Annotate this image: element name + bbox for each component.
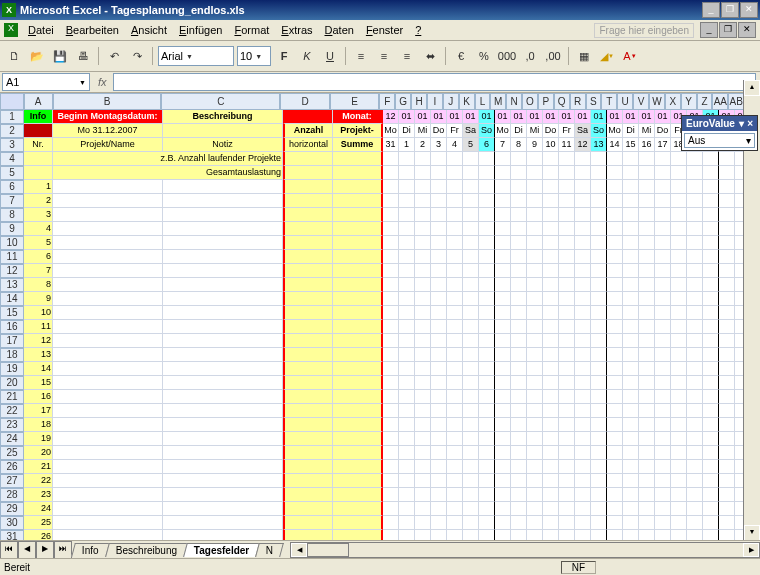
cell-r9-12[interactable]: [575, 222, 591, 236]
col-header-K[interactable]: K: [459, 93, 475, 110]
cell-r25-17[interactable]: [655, 446, 671, 460]
cell-b30[interactable]: [53, 516, 163, 530]
cell-e25[interactable]: [333, 446, 383, 460]
cell-weekday-15[interactable]: Di: [623, 124, 639, 138]
cell-r14-13[interactable]: [591, 292, 607, 306]
cell-r25-14[interactable]: [607, 446, 623, 460]
cell-r7-21[interactable]: [719, 194, 735, 208]
tab-nav-first[interactable]: ⏮: [0, 541, 18, 553]
cell-r7-5[interactable]: [463, 194, 479, 208]
cell-b21[interactable]: [53, 390, 163, 404]
merge-button[interactable]: ⬌: [420, 46, 440, 66]
cell-r5-4[interactable]: [447, 166, 463, 180]
cell-r4-11[interactable]: [559, 152, 575, 166]
cell-a4[interactable]: [24, 152, 53, 166]
cell-r21-14[interactable]: [607, 390, 623, 404]
cell-r23-20[interactable]: [703, 418, 719, 432]
cell-weekday-16[interactable]: Mi: [639, 124, 655, 138]
cell-r8-5[interactable]: [463, 208, 479, 222]
cell-r29-2[interactable]: [415, 502, 431, 516]
cell-r20-0[interactable]: [383, 376, 399, 390]
cell-r18-11[interactable]: [559, 348, 575, 362]
cell-r9-17[interactable]: [655, 222, 671, 236]
cell-r17-9[interactable]: [527, 334, 543, 348]
cell-r26-4[interactable]: [447, 460, 463, 474]
cell-r28-8[interactable]: [511, 488, 527, 502]
cell-r19-6[interactable]: [479, 362, 495, 376]
cell-d25[interactable]: [283, 446, 333, 460]
cell-day-1[interactable]: 1: [399, 138, 415, 152]
cell-r19-1[interactable]: [399, 362, 415, 376]
cell-r5-19[interactable]: [687, 166, 703, 180]
cell-r7-3[interactable]: [431, 194, 447, 208]
cell-r13-17[interactable]: [655, 278, 671, 292]
doc-minimize-button[interactable]: _: [700, 22, 718, 38]
cell-r27-17[interactable]: [655, 474, 671, 488]
cell-r29-3[interactable]: [431, 502, 447, 516]
cell-r14-10[interactable]: [543, 292, 559, 306]
cell-day-0[interactable]: 31: [383, 138, 399, 152]
cell-r14-21[interactable]: [719, 292, 735, 306]
cell-r7-14[interactable]: [607, 194, 623, 208]
cell-r14-9[interactable]: [527, 292, 543, 306]
cell-r15-17[interactable]: [655, 306, 671, 320]
cell-r18-12[interactable]: [575, 348, 591, 362]
cell-r29-6[interactable]: [479, 502, 495, 516]
tab-nav-last[interactable]: ⏭: [54, 541, 72, 553]
cell-d19[interactable]: [283, 362, 333, 376]
cell-r20-19[interactable]: [687, 376, 703, 390]
cell-r6-14[interactable]: [607, 180, 623, 194]
cell-r16-18[interactable]: [671, 320, 687, 334]
cell-d16[interactable]: [283, 320, 333, 334]
cell-r22-20[interactable]: [703, 404, 719, 418]
cell-r9-16[interactable]: [639, 222, 655, 236]
cell-r11-4[interactable]: [447, 250, 463, 264]
cell-r24-20[interactable]: [703, 432, 719, 446]
cell-b27[interactable]: [53, 474, 163, 488]
cell-r22-8[interactable]: [511, 404, 527, 418]
cell-r8-9[interactable]: [527, 208, 543, 222]
cell-b7[interactable]: [53, 194, 163, 208]
cell-r9-13[interactable]: [591, 222, 607, 236]
cell-r17-0[interactable]: [383, 334, 399, 348]
cell-r25-16[interactable]: [639, 446, 655, 460]
cell-r14-7[interactable]: [495, 292, 511, 306]
cell-r22-15[interactable]: [623, 404, 639, 418]
cell-c6[interactable]: [163, 180, 283, 194]
cell-r24-15[interactable]: [623, 432, 639, 446]
cell-r30-5[interactable]: [463, 516, 479, 530]
cell-r6-3[interactable]: [431, 180, 447, 194]
cell-r26-0[interactable]: [383, 460, 399, 474]
cell-r24-9[interactable]: [527, 432, 543, 446]
cell-r30-6[interactable]: [479, 516, 495, 530]
cell-r30-21[interactable]: [719, 516, 735, 530]
cell-e9[interactable]: [333, 222, 383, 236]
cell-nr-hdr[interactable]: Nr.: [24, 138, 53, 152]
cell-day-7[interactable]: 7: [495, 138, 511, 152]
cell-b11[interactable]: [53, 250, 163, 264]
cell-c22[interactable]: [163, 404, 283, 418]
cell-d11[interactable]: [283, 250, 333, 264]
cell-day-11[interactable]: 11: [559, 138, 575, 152]
cell-r24-5[interactable]: [463, 432, 479, 446]
cell-r15-3[interactable]: [431, 306, 447, 320]
row-header-22[interactable]: 22: [0, 404, 24, 418]
undo-button[interactable]: ↶: [104, 46, 124, 66]
cell-r10-7[interactable]: [495, 236, 511, 250]
cell-month-0[interactable]: 12: [383, 110, 399, 124]
cell-b28[interactable]: [53, 488, 163, 502]
cell-d6[interactable]: [283, 180, 333, 194]
cell-r17-17[interactable]: [655, 334, 671, 348]
cell-r16-21[interactable]: [719, 320, 735, 334]
cell-day-17[interactable]: 17: [655, 138, 671, 152]
cell-auslastung[interactable]: Gesamtauslastung: [53, 166, 283, 180]
cell-r17-18[interactable]: [671, 334, 687, 348]
cell-seq-12[interactable]: 12: [24, 334, 53, 348]
cell-month-17[interactable]: 01: [655, 110, 671, 124]
cell-r4-13[interactable]: [591, 152, 607, 166]
cell-r23-6[interactable]: [479, 418, 495, 432]
col-header-B[interactable]: B: [53, 93, 162, 110]
cell-weekday-1[interactable]: Di: [399, 124, 415, 138]
cell-r29-8[interactable]: [511, 502, 527, 516]
cell-r15-13[interactable]: [591, 306, 607, 320]
